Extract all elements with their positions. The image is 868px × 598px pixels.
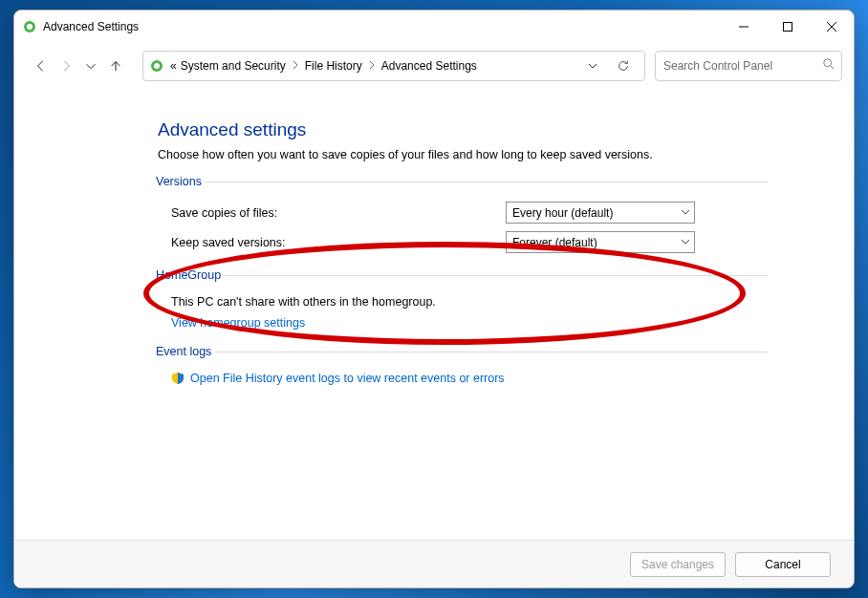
chevron-right-icon[interactable]	[364, 59, 380, 73]
page-description: Choose how often you want to save copies…	[158, 148, 768, 161]
chevron-down-icon	[681, 206, 690, 220]
save-copies-value: Every hour (default)	[512, 206, 613, 220]
svg-point-8	[824, 59, 832, 67]
window-title: Advanced Settings	[43, 20, 139, 33]
versions-legend: Versions	[156, 175, 206, 188]
eventlogs-legend: Event logs	[156, 345, 215, 358]
keep-versions-label: Keep saved versions:	[171, 236, 506, 249]
refresh-button[interactable]	[612, 54, 635, 77]
save-copies-label: Save copies of files:	[171, 206, 506, 220]
breadcrumb-seg-system-security[interactable]: System and Security	[179, 52, 288, 80]
up-button[interactable]	[104, 54, 127, 77]
homegroup-group: HomeGroup This PC can't share with other…	[158, 268, 768, 333]
chevron-down-icon	[681, 236, 690, 249]
svg-line-9	[831, 66, 835, 70]
titlebar: Advanced Settings	[14, 11, 854, 43]
footer: Save changes Cancel	[14, 540, 854, 587]
versions-group: Versions Save copies of files: Every hou…	[158, 175, 768, 257]
breadcrumb-seg-file-history[interactable]: File History	[303, 52, 364, 80]
recent-locations-button[interactable]	[79, 54, 102, 77]
svg-point-1	[27, 24, 33, 30]
homegroup-status: This PC can't share with others in the h…	[158, 291, 768, 312]
view-homegroup-settings-link[interactable]: View homegroup settings	[171, 316, 305, 330]
chevron-right-icon[interactable]	[288, 59, 303, 73]
breadcrumb-seg-advanced-settings[interactable]: Advanced Settings	[380, 52, 479, 80]
keep-versions-value: Forever (default)	[512, 236, 597, 249]
control-panel-icon	[22, 19, 37, 34]
save-copies-dropdown[interactable]: Every hour (default)	[506, 202, 695, 224]
minimize-button[interactable]	[722, 11, 766, 42]
save-copies-row: Save copies of files: Every hour (defaul…	[158, 198, 768, 227]
keep-versions-dropdown[interactable]: Forever (default)	[506, 231, 695, 253]
content-area: Advanced settings Choose how often you w…	[14, 89, 854, 540]
eventlogs-group: Event logs Open File History event logs …	[158, 345, 768, 389]
close-button[interactable]	[810, 11, 854, 42]
svg-point-7	[154, 63, 160, 69]
open-event-logs-link[interactable]: Open File History event logs to view rec…	[190, 372, 505, 385]
forward-button[interactable]	[54, 54, 77, 77]
save-changes-button[interactable]: Save changes	[630, 552, 726, 577]
address-bar[interactable]: « System and Security File History Advan…	[142, 51, 645, 81]
search-input[interactable]	[662, 58, 818, 74]
window: Advanced Settings « System a	[13, 10, 855, 588]
shield-icon	[171, 372, 184, 385]
search-box[interactable]	[655, 51, 842, 81]
breadcrumb-prefix[interactable]: «	[168, 52, 179, 80]
maximize-button[interactable]	[766, 11, 810, 42]
keep-versions-row: Keep saved versions: Forever (default)	[158, 227, 768, 257]
homegroup-legend: HomeGroup	[156, 268, 225, 282]
back-button[interactable]	[30, 54, 53, 77]
search-icon[interactable]	[822, 57, 835, 75]
control-panel-icon	[149, 58, 164, 74]
page-heading: Advanced settings	[158, 119, 768, 140]
cancel-button[interactable]: Cancel	[735, 552, 831, 577]
navbar: « System and Security File History Advan…	[14, 43, 854, 89]
address-dropdown-button[interactable]	[581, 54, 604, 77]
svg-rect-3	[784, 23, 792, 32]
